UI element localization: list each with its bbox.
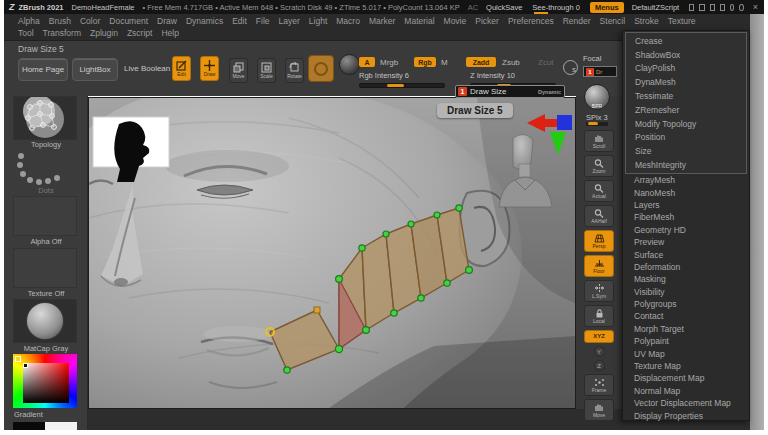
menu-item[interactable]: Tessimate xyxy=(626,89,746,103)
menubar-item[interactable]: Help xyxy=(161,28,178,38)
focal-shift-icon[interactable]: S xyxy=(563,60,578,75)
scroll-button[interactable]: Scroll xyxy=(584,130,614,152)
menubar-item[interactable]: Preferences xyxy=(508,16,554,26)
menu-item[interactable]: Polypaint xyxy=(625,335,747,347)
zcut-button[interactable]: Zcut xyxy=(538,58,554,67)
brush-config-icon[interactable] xyxy=(720,4,725,11)
menu-item[interactable]: Morph Target xyxy=(625,323,747,335)
menu-item[interactable]: Deformation xyxy=(625,261,747,273)
actual-button[interactable]: Actual xyxy=(584,180,614,202)
menubar-item[interactable]: Edit xyxy=(232,16,247,26)
zoom-button[interactable]: Zoom xyxy=(584,155,614,177)
menubar-item[interactable]: Alpha xyxy=(18,16,40,26)
default-zscript-button[interactable]: DefaultZScript xyxy=(632,3,680,12)
floor-button[interactable]: Floor xyxy=(584,255,614,277)
y-axis-button[interactable]: Y xyxy=(594,346,605,357)
mrgb-button[interactable]: Mrgb xyxy=(380,58,398,67)
menubar-item[interactable]: Layer xyxy=(279,16,300,26)
menu-item[interactable]: NanoMesh xyxy=(625,186,747,198)
hue-selector[interactable] xyxy=(15,356,21,362)
spix-handle[interactable] xyxy=(588,122,598,125)
aahalf-button[interactable]: AAHalf xyxy=(584,205,614,227)
menu-item[interactable]: Modify Topology xyxy=(626,117,746,131)
lsym-button[interactable]: L.Sym xyxy=(584,280,614,302)
draw-button[interactable]: Draw xyxy=(200,56,219,81)
menu-item[interactable]: Crease xyxy=(626,34,746,48)
dynamic-label[interactable]: Dynamic xyxy=(538,89,561,95)
menubar-item[interactable]: Stroke xyxy=(634,16,659,26)
menubar-item[interactable]: Zscript xyxy=(127,28,153,38)
hands-icon[interactable] xyxy=(710,4,715,11)
menu-item[interactable]: Normal Map xyxy=(625,385,747,397)
menu-item[interactable]: DynaMesh xyxy=(626,75,746,89)
current-alpha-thumbnail[interactable] xyxy=(13,196,77,236)
current-material-thumbnail[interactable] xyxy=(13,299,77,343)
menubar-item[interactable]: Zplugin xyxy=(90,28,118,38)
rgb-intensity-slider[interactable] xyxy=(359,83,445,88)
menubar-item[interactable]: Marker xyxy=(369,16,395,26)
bpr-render-button[interactable]: BPR xyxy=(584,84,610,110)
local-button[interactable]: Local xyxy=(584,305,614,327)
menu-item[interactable]: Display Properties xyxy=(625,409,747,421)
color-selector[interactable] xyxy=(23,363,28,368)
menubar-item[interactable]: Brush xyxy=(49,16,71,26)
saturation-square[interactable] xyxy=(23,363,69,403)
swatch-black[interactable] xyxy=(13,422,45,430)
user-icon[interactable] xyxy=(730,4,734,11)
menubar-item[interactable]: Draw xyxy=(157,16,177,26)
draw-size-slider[interactable]: 1 Draw Size Dynamic xyxy=(455,85,565,98)
scale-button[interactable]: Scale xyxy=(257,58,276,83)
move-canvas-button[interactable]: Move xyxy=(584,399,614,421)
color-picker[interactable] xyxy=(13,354,77,408)
menu-item[interactable]: Position xyxy=(626,131,746,145)
menubar-item[interactable]: Texture xyxy=(668,16,696,26)
menu-item[interactable]: Layers xyxy=(625,199,747,211)
edit-button[interactable]: Edit xyxy=(172,56,191,81)
home-page-button[interactable]: Home Page xyxy=(18,58,68,81)
menu-item[interactable]: Vector Displacement Map xyxy=(625,397,747,409)
menubar-item[interactable]: Macro xyxy=(336,16,360,26)
menu-item[interactable]: Size xyxy=(626,144,746,158)
rgb-button[interactable]: Rgb xyxy=(414,57,436,67)
move-button[interactable]: Move xyxy=(229,58,248,83)
menu-item[interactable]: Masking xyxy=(625,273,747,285)
canvas[interactable] xyxy=(88,97,576,409)
see-through-slider[interactable]: See-through 0 xyxy=(532,3,580,12)
frame-button[interactable]: Frame xyxy=(584,374,614,396)
menubar-item[interactable]: Picker xyxy=(475,16,499,26)
m-button[interactable]: M xyxy=(441,58,448,67)
brush-mode-button[interactable] xyxy=(308,55,334,82)
menu-item[interactable]: MeshIntegrity xyxy=(626,158,746,172)
menubar-item[interactable]: File xyxy=(256,16,270,26)
menu-item[interactable]: Geometry HD xyxy=(625,224,747,236)
menubar-item[interactable]: Light xyxy=(309,16,327,26)
z-axis-button[interactable]: Z xyxy=(594,360,605,371)
live-boolean-button[interactable]: Live Boolean xyxy=(124,64,170,73)
menu-item[interactable]: Visibility xyxy=(625,286,747,298)
menubar-item[interactable]: Document xyxy=(109,16,148,26)
quicksave-button[interactable]: QuickSave xyxy=(486,3,522,12)
menu-item[interactable]: Displacement Map xyxy=(625,372,747,384)
layout2-icon[interactable] xyxy=(699,4,704,11)
current-brush-thumbnail[interactable] xyxy=(13,96,77,140)
menu-item[interactable]: Polygroups xyxy=(625,298,747,310)
persp-button[interactable]: Persp xyxy=(584,230,614,252)
menubar-item[interactable]: Color xyxy=(80,16,100,26)
spix-slider[interactable] xyxy=(586,122,608,126)
current-stroke-thumbnail[interactable] xyxy=(13,150,77,186)
close-icon[interactable]: × xyxy=(753,2,758,12)
zsub-button[interactable]: Zsub xyxy=(502,58,520,67)
menu-item[interactable]: ZRemesher xyxy=(626,103,746,117)
color-swatches[interactable] xyxy=(13,422,77,430)
xyz-button[interactable]: XYZ xyxy=(584,330,614,343)
menubar-item[interactable]: Stencil xyxy=(600,16,626,26)
menu-item[interactable]: ArrayMesh xyxy=(625,174,747,186)
rotate-button[interactable]: Rotate xyxy=(285,58,304,83)
menubar-item[interactable]: Tool xyxy=(18,28,34,38)
layout-icon[interactable] xyxy=(689,4,694,11)
menu-item[interactable]: Surface xyxy=(625,248,747,260)
focal-slider[interactable]: 1 Dr xyxy=(583,66,617,77)
menu-item[interactable]: FiberMesh xyxy=(625,211,747,223)
menubar-item[interactable]: Material xyxy=(404,16,434,26)
current-material-sphere[interactable] xyxy=(339,54,360,75)
